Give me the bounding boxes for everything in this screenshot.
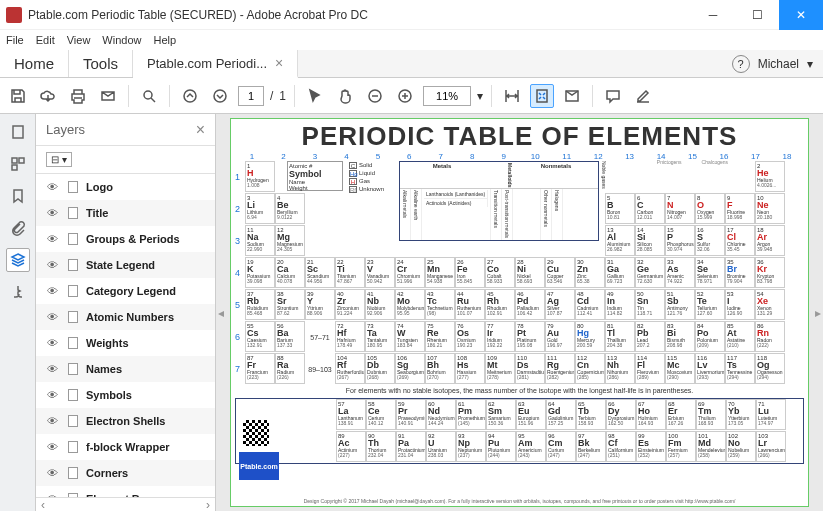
tab-document[interactable]: Ptable.com Periodi... × — [133, 50, 298, 78]
document-view[interactable]: ◂ PERIODIC TABLE OF ELEMENTS 12345678910… — [216, 114, 823, 511]
visibility-icon[interactable]: 👁 — [44, 181, 60, 193]
element-cell: 105DbDubnium(268) — [365, 353, 395, 384]
zoom-input[interactable] — [423, 86, 471, 106]
visibility-icon[interactable]: 👁 — [44, 207, 60, 219]
hand-tool[interactable] — [333, 84, 357, 108]
layers-close-icon[interactable]: × — [196, 121, 205, 139]
tab-home[interactable]: Home — [0, 50, 69, 77]
layer-row[interactable]: 👁Groups & Periods — [36, 226, 215, 252]
element-cell: 10NeNeon20.180 — [755, 193, 785, 224]
visibility-icon[interactable]: 👁 — [44, 441, 60, 453]
visibility-icon[interactable]: 👁 — [44, 389, 60, 401]
layers-options-icon[interactable]: ⊟ ▾ — [46, 152, 72, 167]
layer-row[interactable]: 👁Corners — [36, 460, 215, 486]
element-cell: 116LvLivermorium(293) — [695, 353, 725, 384]
rail-signatures[interactable] — [6, 280, 30, 304]
rail-layers[interactable] — [6, 248, 30, 272]
zoom-dropdown-icon[interactable]: ▾ — [477, 89, 483, 103]
comment-button[interactable] — [601, 84, 625, 108]
layer-row[interactable]: 👁Logo — [36, 174, 215, 200]
layer-row[interactable]: 👁f-block Wrapper — [36, 434, 215, 460]
maximize-button[interactable]: ☐ — [735, 0, 779, 30]
visibility-icon[interactable]: 👁 — [44, 233, 60, 245]
layers-hscroll[interactable]: ‹› — [36, 497, 215, 511]
fit-page-button[interactable] — [530, 84, 554, 108]
element-cell: 70YbYtterbium173.05 — [726, 399, 756, 430]
page-up-button[interactable] — [178, 84, 202, 108]
rail-pages[interactable] — [6, 152, 30, 176]
element-cell: 38SrStrontium87.62 — [275, 289, 305, 320]
reading-mode-button[interactable] — [560, 84, 584, 108]
doc-title: PERIODIC TABLE OF ELEMENTS — [231, 119, 808, 152]
close-button[interactable]: ✕ — [779, 0, 823, 30]
user-name[interactable]: Michael — [758, 57, 799, 71]
layer-row[interactable]: 👁Weights — [36, 330, 215, 356]
element-cell: 36KrKrypton83.798 — [755, 257, 785, 288]
visibility-icon[interactable]: 👁 — [44, 467, 60, 479]
fit-width-button[interactable] — [500, 84, 524, 108]
tab-close-icon[interactable]: × — [275, 55, 283, 71]
rail-bookmarks[interactable] — [6, 184, 30, 208]
layer-name: Corners — [86, 467, 207, 479]
layer-icon — [68, 467, 78, 479]
page-input[interactable] — [238, 86, 264, 106]
visibility-icon[interactable]: 👁 — [44, 363, 60, 375]
menu-window[interactable]: Window — [102, 34, 141, 46]
menu-help[interactable]: Help — [153, 34, 176, 46]
element-cell: 43TcTechnetium(98) — [425, 289, 455, 320]
visibility-icon[interactable]: 👁 — [44, 337, 60, 349]
element-cell: 24CrChromium51.996 — [395, 257, 425, 288]
menu-view[interactable]: View — [67, 34, 91, 46]
rail-thumbnails[interactable] — [6, 120, 30, 144]
email-button[interactable] — [96, 84, 120, 108]
tab-tools[interactable]: Tools — [69, 50, 133, 77]
element-cell: 7NNitrogen14.007 — [665, 193, 695, 224]
zoom-in-button[interactable] — [393, 84, 417, 108]
element-cell: 40ZrZirconium91.224 — [335, 289, 365, 320]
menu-file[interactable]: File — [6, 34, 24, 46]
print-button[interactable] — [66, 84, 90, 108]
element-cell: 75ReRhenium186.21 — [425, 321, 455, 352]
element-cell: 117TsTennessine(294) — [725, 353, 755, 384]
element-cell: 56BaBarium137.33 — [275, 321, 305, 352]
user-dropdown-icon[interactable]: ▾ — [807, 57, 813, 71]
visibility-icon[interactable]: 👁 — [44, 415, 60, 427]
element-cell: 35BrBromine79.904 — [725, 257, 755, 288]
collapse-left-icon[interactable]: ◂ — [216, 114, 226, 511]
svg-rect-9 — [19, 158, 24, 163]
help-button[interactable]: ? — [732, 55, 750, 73]
layer-row[interactable]: 👁Atomic Numbers — [36, 304, 215, 330]
save-button[interactable] — [6, 84, 30, 108]
layers-list[interactable]: 👁Logo👁Title👁Groups & Periods👁State Legen… — [36, 174, 215, 497]
element-cell: 39YYttrium88.906 — [305, 289, 335, 320]
element-cell: 113NhNihonium(286) — [605, 353, 635, 384]
element-cell: 78PtPlatinum195.08 — [515, 321, 545, 352]
layer-row[interactable]: 👁Electron Shells — [36, 408, 215, 434]
element-cell: 46PdPalladium106.42 — [515, 289, 545, 320]
svg-rect-8 — [12, 158, 17, 163]
rail-attachments[interactable] — [6, 216, 30, 240]
visibility-icon[interactable]: 👁 — [44, 285, 60, 297]
minimize-button[interactable]: ─ — [691, 0, 735, 30]
svg-rect-10 — [12, 165, 17, 170]
element-cell: 100FmFermium(257) — [666, 431, 696, 462]
cloud-button[interactable] — [36, 84, 60, 108]
menu-edit[interactable]: Edit — [36, 34, 55, 46]
layer-row[interactable]: 👁State Legend — [36, 252, 215, 278]
zoom-out-button[interactable] — [363, 84, 387, 108]
select-tool[interactable] — [303, 84, 327, 108]
highlight-button[interactable] — [631, 84, 655, 108]
visibility-icon[interactable]: 👁 — [44, 259, 60, 271]
page-down-button[interactable] — [208, 84, 232, 108]
layer-row[interactable]: 👁Title — [36, 200, 215, 226]
layer-row[interactable]: 👁Names — [36, 356, 215, 382]
layer-row[interactable]: 👁Symbols — [36, 382, 215, 408]
layer-row[interactable]: 👁Category Legend — [36, 278, 215, 304]
element-cell: 15PPhosphorus30.974 — [665, 225, 695, 256]
layer-row[interactable]: 👁Element Boxes — [36, 486, 215, 497]
element-cell: 6CCarbon12.011 — [635, 193, 665, 224]
layer-name: Names — [86, 363, 207, 375]
collapse-right-icon[interactable]: ▸ — [813, 114, 823, 511]
visibility-icon[interactable]: 👁 — [44, 311, 60, 323]
search-button[interactable] — [137, 84, 161, 108]
